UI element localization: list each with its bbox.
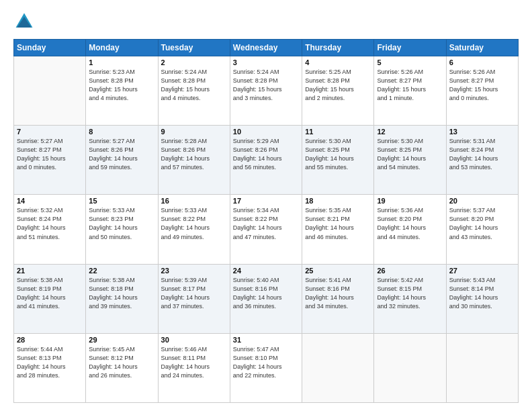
day-info: Sunrise: 5:44 AM Sunset: 8:13 PM Dayligh… bbox=[17, 345, 83, 380]
calendar-cell: 31Sunrise: 5:47 AM Sunset: 8:10 PM Dayli… bbox=[230, 333, 302, 402]
day-number: 9 bbox=[161, 128, 227, 136]
calendar-header-row: SundayMondayTuesdayWednesdayThursdayFrid… bbox=[14, 40, 519, 56]
day-info: Sunrise: 5:39 AM Sunset: 8:17 PM Dayligh… bbox=[161, 276, 227, 311]
day-number: 4 bbox=[305, 58, 371, 66]
calendar-cell: 26Sunrise: 5:42 AM Sunset: 8:15 PM Dayli… bbox=[374, 264, 446, 333]
page: SundayMondayTuesdayWednesdayThursdayFrid… bbox=[0, 0, 532, 411]
day-number: 5 bbox=[377, 58, 443, 66]
day-number: 17 bbox=[233, 197, 299, 205]
day-number: 22 bbox=[89, 267, 154, 275]
day-info: Sunrise: 5:26 AM Sunset: 8:27 PM Dayligh… bbox=[377, 68, 443, 103]
day-info: Sunrise: 5:27 AM Sunset: 8:26 PM Dayligh… bbox=[89, 137, 154, 172]
day-info: Sunrise: 5:34 AM Sunset: 8:22 PM Dayligh… bbox=[233, 206, 299, 241]
day-number: 1 bbox=[89, 58, 154, 66]
calendar-week-row: 21Sunrise: 5:38 AM Sunset: 8:19 PM Dayli… bbox=[14, 264, 519, 333]
day-number: 27 bbox=[449, 267, 515, 275]
calendar-cell: 14Sunrise: 5:32 AM Sunset: 8:24 PM Dayli… bbox=[14, 195, 86, 264]
day-info: Sunrise: 5:40 AM Sunset: 8:16 PM Dayligh… bbox=[233, 276, 299, 311]
day-number: 29 bbox=[89, 336, 154, 344]
calendar-cell bbox=[302, 333, 374, 402]
day-info: Sunrise: 5:42 AM Sunset: 8:15 PM Dayligh… bbox=[377, 276, 443, 311]
calendar-header-saturday: Saturday bbox=[446, 40, 518, 56]
day-number: 23 bbox=[161, 267, 227, 275]
calendar-cell bbox=[374, 333, 446, 402]
day-info: Sunrise: 5:28 AM Sunset: 8:26 PM Dayligh… bbox=[161, 137, 227, 172]
calendar-cell: 20Sunrise: 5:37 AM Sunset: 8:20 PM Dayli… bbox=[446, 195, 518, 264]
day-info: Sunrise: 5:33 AM Sunset: 8:23 PM Dayligh… bbox=[89, 206, 154, 241]
calendar-cell: 9Sunrise: 5:28 AM Sunset: 8:26 PM Daylig… bbox=[158, 126, 230, 195]
calendar-header-sunday: Sunday bbox=[14, 40, 86, 56]
day-info: Sunrise: 5:31 AM Sunset: 8:24 PM Dayligh… bbox=[449, 137, 515, 172]
calendar-table: SundayMondayTuesdayWednesdayThursdayFrid… bbox=[13, 39, 519, 403]
calendar-week-row: 1Sunrise: 5:23 AM Sunset: 8:28 PM Daylig… bbox=[14, 56, 519, 126]
day-number: 12 bbox=[377, 128, 443, 136]
day-number: 10 bbox=[233, 128, 299, 136]
calendar-cell: 17Sunrise: 5:34 AM Sunset: 8:22 PM Dayli… bbox=[230, 195, 302, 264]
calendar-cell: 3Sunrise: 5:24 AM Sunset: 8:28 PM Daylig… bbox=[230, 56, 302, 126]
calendar-cell: 29Sunrise: 5:45 AM Sunset: 8:12 PM Dayli… bbox=[86, 333, 158, 402]
day-number: 7 bbox=[17, 128, 83, 136]
day-info: Sunrise: 5:41 AM Sunset: 8:16 PM Dayligh… bbox=[305, 276, 371, 311]
day-number: 31 bbox=[233, 336, 299, 344]
calendar-header-friday: Friday bbox=[374, 40, 446, 56]
day-info: Sunrise: 5:33 AM Sunset: 8:22 PM Dayligh… bbox=[161, 206, 227, 241]
day-number: 30 bbox=[161, 336, 227, 344]
calendar-cell: 5Sunrise: 5:26 AM Sunset: 8:27 PM Daylig… bbox=[374, 56, 446, 126]
calendar-week-row: 28Sunrise: 5:44 AM Sunset: 8:13 PM Dayli… bbox=[14, 333, 519, 402]
calendar-cell: 30Sunrise: 5:46 AM Sunset: 8:11 PM Dayli… bbox=[158, 333, 230, 402]
day-info: Sunrise: 5:38 AM Sunset: 8:18 PM Dayligh… bbox=[89, 276, 154, 311]
calendar-cell: 25Sunrise: 5:41 AM Sunset: 8:16 PM Dayli… bbox=[302, 264, 374, 333]
calendar-cell bbox=[446, 333, 518, 402]
calendar-cell bbox=[14, 56, 86, 126]
calendar-cell: 15Sunrise: 5:33 AM Sunset: 8:23 PM Dayli… bbox=[86, 195, 158, 264]
day-info: Sunrise: 5:32 AM Sunset: 8:24 PM Dayligh… bbox=[17, 206, 83, 241]
day-info: Sunrise: 5:36 AM Sunset: 8:20 PM Dayligh… bbox=[377, 206, 443, 241]
day-number: 15 bbox=[89, 197, 154, 205]
calendar-cell: 13Sunrise: 5:31 AM Sunset: 8:24 PM Dayli… bbox=[446, 126, 518, 195]
day-number: 13 bbox=[449, 128, 515, 136]
calendar-cell: 8Sunrise: 5:27 AM Sunset: 8:26 PM Daylig… bbox=[86, 126, 158, 195]
day-info: Sunrise: 5:24 AM Sunset: 8:28 PM Dayligh… bbox=[161, 68, 227, 103]
day-info: Sunrise: 5:37 AM Sunset: 8:20 PM Dayligh… bbox=[449, 206, 515, 241]
day-info: Sunrise: 5:43 AM Sunset: 8:14 PM Dayligh… bbox=[449, 276, 515, 311]
day-number: 26 bbox=[377, 267, 443, 275]
day-info: Sunrise: 5:24 AM Sunset: 8:28 PM Dayligh… bbox=[233, 68, 299, 103]
calendar-cell: 12Sunrise: 5:30 AM Sunset: 8:25 PM Dayli… bbox=[374, 126, 446, 195]
day-info: Sunrise: 5:30 AM Sunset: 8:25 PM Dayligh… bbox=[377, 137, 443, 172]
calendar-cell: 16Sunrise: 5:33 AM Sunset: 8:22 PM Dayli… bbox=[158, 195, 230, 264]
calendar-week-row: 14Sunrise: 5:32 AM Sunset: 8:24 PM Dayli… bbox=[14, 195, 519, 264]
day-number: 20 bbox=[449, 197, 515, 205]
day-number: 6 bbox=[449, 58, 515, 66]
day-number: 14 bbox=[17, 197, 83, 205]
day-number: 3 bbox=[233, 58, 299, 66]
calendar-week-row: 7Sunrise: 5:27 AM Sunset: 8:27 PM Daylig… bbox=[14, 126, 519, 195]
calendar-cell: 18Sunrise: 5:35 AM Sunset: 8:21 PM Dayli… bbox=[302, 195, 374, 264]
calendar-header-monday: Monday bbox=[86, 40, 158, 56]
calendar-cell: 21Sunrise: 5:38 AM Sunset: 8:19 PM Dayli… bbox=[14, 264, 86, 333]
day-info: Sunrise: 5:30 AM Sunset: 8:25 PM Dayligh… bbox=[305, 137, 371, 172]
calendar-cell: 6Sunrise: 5:26 AM Sunset: 8:27 PM Daylig… bbox=[446, 56, 518, 126]
day-info: Sunrise: 5:46 AM Sunset: 8:11 PM Dayligh… bbox=[161, 345, 227, 380]
day-number: 18 bbox=[305, 197, 371, 205]
calendar-cell: 2Sunrise: 5:24 AM Sunset: 8:28 PM Daylig… bbox=[158, 56, 230, 126]
day-info: Sunrise: 5:26 AM Sunset: 8:27 PM Dayligh… bbox=[449, 68, 515, 103]
calendar-cell: 23Sunrise: 5:39 AM Sunset: 8:17 PM Dayli… bbox=[158, 264, 230, 333]
day-info: Sunrise: 5:45 AM Sunset: 8:12 PM Dayligh… bbox=[89, 345, 154, 380]
calendar-cell: 28Sunrise: 5:44 AM Sunset: 8:13 PM Dayli… bbox=[14, 333, 86, 402]
calendar-cell: 27Sunrise: 5:43 AM Sunset: 8:14 PM Dayli… bbox=[446, 264, 518, 333]
day-number: 21 bbox=[17, 267, 83, 275]
calendar-cell: 24Sunrise: 5:40 AM Sunset: 8:16 PM Dayli… bbox=[230, 264, 302, 333]
day-info: Sunrise: 5:25 AM Sunset: 8:28 PM Dayligh… bbox=[305, 68, 371, 103]
calendar-cell: 4Sunrise: 5:25 AM Sunset: 8:28 PM Daylig… bbox=[302, 56, 374, 126]
calendar-cell: 11Sunrise: 5:30 AM Sunset: 8:25 PM Dayli… bbox=[302, 126, 374, 195]
logo-icon bbox=[13, 11, 35, 32]
calendar-header-tuesday: Tuesday bbox=[158, 40, 230, 56]
day-number: 25 bbox=[305, 267, 371, 275]
day-number: 11 bbox=[305, 128, 371, 136]
header bbox=[13, 11, 519, 32]
calendar-cell: 22Sunrise: 5:38 AM Sunset: 8:18 PM Dayli… bbox=[86, 264, 158, 333]
calendar-header-wednesday: Wednesday bbox=[230, 40, 302, 56]
day-number: 28 bbox=[17, 336, 83, 344]
calendar-header-thursday: Thursday bbox=[302, 40, 374, 56]
calendar-cell: 7Sunrise: 5:27 AM Sunset: 8:27 PM Daylig… bbox=[14, 126, 86, 195]
